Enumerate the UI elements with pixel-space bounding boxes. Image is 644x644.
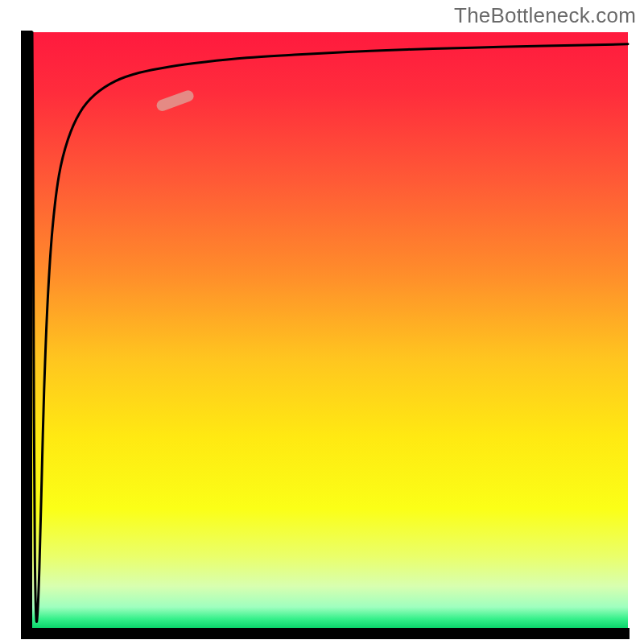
y-axis: [21, 31, 32, 639]
chart-svg: [0, 0, 644, 644]
plot-background: [32, 32, 628, 628]
chart-stage: TheBottleneck.com: [0, 0, 644, 644]
x-axis: [21, 628, 630, 639]
